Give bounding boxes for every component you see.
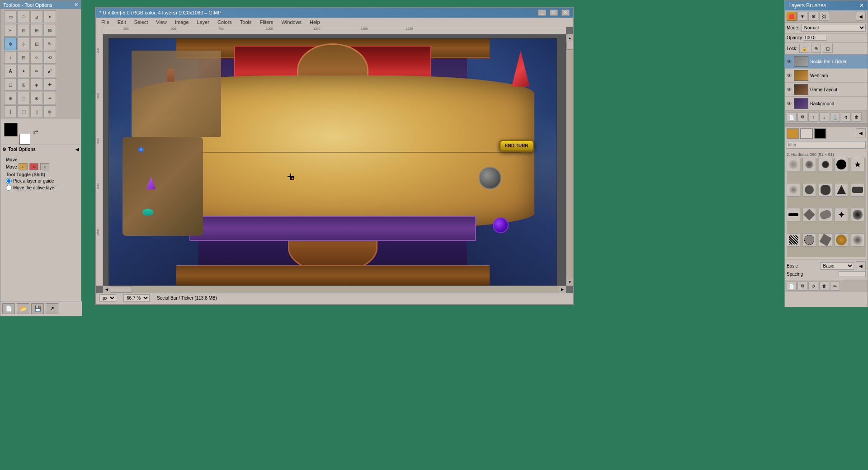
- brush-settings-btn[interactable]: ◀: [856, 128, 866, 137]
- text-tool[interactable]: A: [4, 65, 17, 77]
- brush-item-2[interactable]: [802, 158, 816, 171]
- brush-refresh-btn[interactable]: ↺: [808, 282, 818, 291]
- layer-eye-game[interactable]: 👁: [787, 86, 792, 93]
- dodge-tool[interactable]: ☀: [43, 92, 56, 104]
- layer-item-webcam[interactable]: 👁 Webcam: [785, 69, 868, 83]
- measure-tool[interactable]: ⊚: [43, 105, 56, 118]
- rotate-tool[interactable]: ↻: [43, 38, 56, 50]
- lock-position-btn[interactable]: ⊕: [811, 44, 821, 53]
- layer-raise[interactable]: ↑: [808, 113, 818, 122]
- layer-item-social[interactable]: 👁 Social Bar / Ticker: [785, 55, 868, 69]
- swap-colors-icon[interactable]: ⇄: [33, 128, 38, 136]
- pencil-tool[interactable]: ✏: [30, 65, 43, 77]
- brush-item-5[interactable]: ★: [851, 158, 864, 171]
- align-tool[interactable]: ⊹: [17, 38, 30, 50]
- menu-file[interactable]: File: [98, 19, 113, 26]
- brush-item-4[interactable]: [835, 158, 848, 171]
- brush-item-18[interactable]: [819, 233, 832, 247]
- spacing-input[interactable]: 10.0: [839, 271, 866, 277]
- menu-help[interactable]: Help: [306, 19, 324, 26]
- rect-select-tool[interactable]: ▭: [4, 10, 17, 23]
- menu-filters[interactable]: Filters: [256, 19, 277, 26]
- brush-item-14[interactable]: ✦: [835, 208, 848, 221]
- layer-settings-btn[interactable]: ⚙: [808, 12, 818, 21]
- brush-item-12[interactable]: [802, 208, 816, 221]
- bucket-fill-tool[interactable]: ⟦: [4, 105, 17, 118]
- crop-tool[interactable]: ⊡: [30, 38, 43, 50]
- layer-new-add[interactable]: 📄: [787, 113, 797, 122]
- blend-tool[interactable]: ⬚: [17, 105, 30, 118]
- brush-edit-btn[interactable]: ✏: [830, 282, 840, 291]
- move-active-option[interactable]: Move the active layer: [6, 185, 75, 191]
- end-turn-button[interactable]: END TURN: [499, 140, 534, 152]
- brush-color-black[interactable]: [814, 128, 826, 139]
- layer-type-btn[interactable]: ▼: [797, 12, 807, 21]
- canvas-area[interactable]: END TURN: [103, 34, 566, 286]
- airbrush-tool[interactable]: ◎: [17, 78, 30, 91]
- brush-duplicate-btn[interactable]: ⧉: [797, 282, 807, 291]
- brush-filter-input[interactable]: [787, 141, 866, 149]
- menu-tools[interactable]: Tools: [236, 19, 255, 26]
- by-color-select-tool[interactable]: ⊞: [30, 24, 43, 37]
- unit-selector[interactable]: px: [99, 294, 116, 302]
- layer-duplicate[interactable]: ⧉: [797, 113, 807, 122]
- scrollbar-v-up[interactable]: ▲: [566, 34, 573, 42]
- brush-item-10[interactable]: [851, 183, 864, 197]
- toolbox-close[interactable]: ✕: [74, 2, 78, 8]
- menu-layer[interactable]: Layer: [193, 19, 213, 26]
- color-picker-tool[interactable]: ⟧: [30, 105, 43, 118]
- brush-item-13[interactable]: [819, 208, 832, 221]
- scrollbar-v-down[interactable]: ▼: [566, 278, 573, 286]
- layer-anchor[interactable]: ⚓: [830, 113, 840, 122]
- opacity-input[interactable]: [804, 35, 826, 41]
- move-selection-btn[interactable]: S: [29, 163, 38, 170]
- new-image-btn[interactable]: 📄: [2, 303, 15, 314]
- maximize-btn[interactable]: □: [550, 9, 558, 16]
- layer-new-btn[interactable]: 🟥: [787, 12, 797, 21]
- layer-eye-social[interactable]: 👁: [787, 58, 792, 65]
- brush-color-gold[interactable]: [787, 128, 799, 139]
- brush-item-17[interactable]: [802, 233, 816, 247]
- layer-item-background[interactable]: 👁 Background: [785, 97, 868, 111]
- brush-item-11[interactable]: [787, 208, 800, 221]
- background-color[interactable]: [19, 134, 30, 145]
- tool-options-expand[interactable]: ◀: [75, 147, 79, 152]
- flip-tool[interactable]: ⟲: [43, 51, 56, 64]
- foreground-color[interactable]: [4, 123, 18, 136]
- brush-item-19[interactable]: [835, 233, 848, 247]
- brush-item-9[interactable]: [835, 183, 848, 197]
- smudge-tool[interactable]: ⊗: [30, 92, 43, 104]
- brush-item-16[interactable]: [787, 233, 800, 247]
- pick-layer-option[interactable]: Pick a layer or guide: [6, 178, 75, 184]
- move-active-radio[interactable]: [6, 185, 12, 191]
- move-layer-btn[interactable]: L: [19, 163, 28, 170]
- layer-eye-bg[interactable]: 👁: [787, 100, 792, 107]
- ellipse-select-tool[interactable]: ⬭: [17, 10, 30, 23]
- save-image-btn[interactable]: 💾: [31, 303, 44, 314]
- clone-tool[interactable]: ⊕: [4, 92, 17, 104]
- horizontal-scrollbar[interactable]: ▶ ◀ ⊕: [103, 286, 566, 293]
- pick-layer-radio[interactable]: [6, 178, 12, 184]
- layer-delete[interactable]: 🗑: [852, 113, 862, 122]
- layers-minimize[interactable]: ◀: [856, 12, 866, 21]
- brush-new-btn[interactable]: 📄: [787, 282, 797, 291]
- brush-item-8[interactable]: [819, 183, 832, 197]
- brush-item-7[interactable]: [802, 183, 816, 197]
- basic-mode-selector[interactable]: Basic: [820, 262, 854, 270]
- fuzzy-select-tool2[interactable]: ⊠: [43, 24, 56, 37]
- menu-windows[interactable]: Windows: [278, 19, 305, 26]
- eraser-tool[interactable]: ◻: [4, 78, 17, 91]
- menu-colors[interactable]: Colors: [214, 19, 236, 26]
- lock-pixels-btn[interactable]: 🔒: [799, 44, 809, 53]
- move-tool[interactable]: ✥: [4, 38, 17, 50]
- blend-mode-selector[interactable]: Normal: [801, 24, 866, 32]
- color-swatches[interactable]: [4, 123, 27, 141]
- scrollbar-h-left[interactable]: ◀: [103, 286, 110, 293]
- vertical-scrollbar[interactable]: ▼ ▲: [566, 34, 573, 286]
- close-btn[interactable]: ✕: [561, 9, 570, 16]
- brush-delete-btn[interactable]: 🗑: [819, 282, 829, 291]
- basic-expand[interactable]: ◀: [856, 261, 866, 270]
- paintbrush-tool[interactable]: 🖌: [43, 65, 56, 77]
- shear-tool[interactable]: ⊟: [17, 51, 30, 64]
- brush-color-light[interactable]: [800, 128, 813, 139]
